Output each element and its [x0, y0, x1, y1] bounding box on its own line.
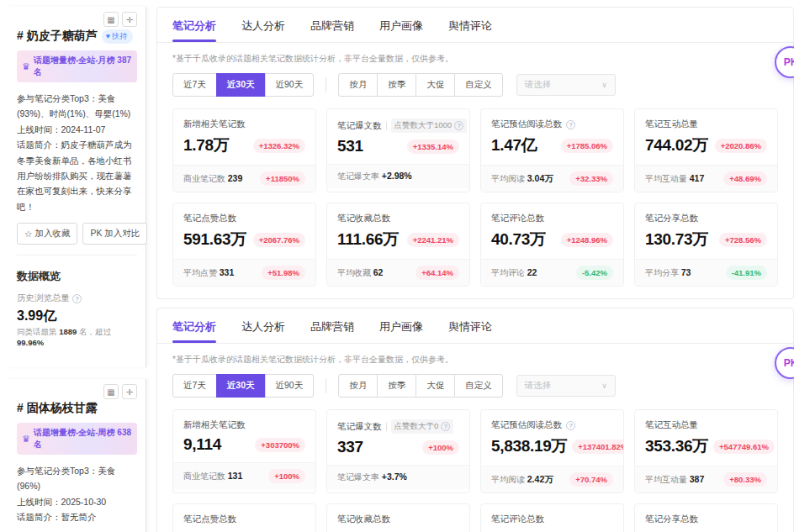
tab[interactable]: 用户画像	[379, 319, 423, 343]
filter-button[interactable]: 近7天	[172, 374, 217, 398]
change-badge: +2067.76%	[253, 233, 305, 247]
stat-sub-label: 点赞数大于1000 ?	[391, 119, 468, 133]
filter-button[interactable]: 近30天	[216, 73, 266, 97]
info-icon[interactable]: ?	[72, 294, 82, 303]
foot-value: 22	[527, 267, 537, 277]
change-badge: +100%	[422, 440, 459, 455]
filter-button[interactable]: 自定义	[454, 73, 503, 97]
filter-separator	[326, 77, 326, 92]
filter-button-label: 大促	[426, 380, 444, 390]
stat-label: 笔记点赞总数	[183, 514, 236, 525]
grid-icon[interactable]: ▦	[103, 384, 119, 399]
info-icon[interactable]: ?	[441, 422, 450, 431]
stat-label: 笔记预估阅读总数	[491, 119, 562, 130]
filter-button-label: 按月	[349, 380, 367, 390]
tab[interactable]: 品牌营销	[310, 319, 354, 343]
info-icon[interactable]: ?	[454, 121, 463, 130]
intro-line: 话题简介：奶皮子糖葫芦成为冬季美食新单品，各地小红书用户纷纷排队购买，现在薯薯在…	[17, 137, 137, 214]
foot-value: 62	[373, 267, 384, 277]
stat-value: 9,114	[183, 435, 221, 454]
filter-button[interactable]: 按季	[377, 73, 416, 97]
filter-button-label: 近7天	[183, 380, 206, 390]
tab[interactable]: 用户画像	[379, 18, 423, 42]
stat-value: 337	[337, 438, 363, 456]
foot-change-badge: -5.42%	[576, 266, 613, 280]
tab[interactable]: 笔记分析	[172, 18, 216, 42]
stat-label: 笔记互动总量	[645, 419, 698, 431]
foot-value: +3.7%	[382, 471, 407, 482]
chevron-down-icon: ∨	[601, 382, 607, 390]
label-divider	[386, 423, 387, 431]
foot-metric: 笔记爆文率 +2.98%	[337, 171, 412, 182]
filter-button[interactable]: 大促	[416, 374, 455, 398]
info-icon[interactable]: ?	[566, 120, 575, 129]
heart-icon: ♥	[106, 32, 110, 40]
foot-label: 平均互动量	[645, 475, 687, 484]
filter-select[interactable]: 请选择 ∨	[516, 375, 616, 397]
range-filter-group: 近7天 近30天 近90天	[172, 73, 314, 97]
foot-change-badge: +32.33%	[569, 171, 613, 186]
pk-compare-button[interactable]: PK 加入对比	[82, 223, 147, 245]
filter-button[interactable]: 按月	[338, 374, 378, 398]
stat-label: 新增相关笔记数	[183, 119, 246, 130]
filter-button[interactable]: 近90天	[265, 374, 315, 398]
filter-button[interactable]: 自定义	[454, 374, 503, 398]
tab-label: 舆情评论	[448, 19, 492, 32]
panel-tabs: 笔记分析 达人分析 品牌营销 用户画像 舆情评论	[157, 308, 793, 344]
filter-button-label: 按月	[349, 79, 367, 89]
stat-value: 531	[337, 137, 363, 155]
crosshair-icon[interactable]: ✛	[122, 12, 137, 27]
crosshair-icon[interactable]: ✛	[122, 384, 137, 399]
tab[interactable]: 达人分析	[241, 319, 285, 343]
topic-card-naipizi: ▦ ✛ # 奶皮子糖葫芦 ♥扶持 ♛ 话题增量榜-全站-月榜 387名 参与笔记…	[7, 7, 146, 367]
label-divider	[386, 122, 387, 130]
tab[interactable]: 舆情评论	[448, 319, 492, 343]
metric-rank-line: 同类话题第 1889 名，超过 99.96%	[17, 327, 137, 347]
stat-label: 笔记互动总量	[645, 119, 698, 130]
stat-label: 笔记评论总数	[491, 514, 544, 525]
foot-value: 131	[228, 471, 243, 481]
stat-sub-text: 点赞数大于1000	[394, 120, 453, 131]
grid-icon[interactable]: ▦	[103, 12, 119, 27]
foot-metric: 平均互动量 387	[645, 474, 704, 486]
info-icon[interactable]: ?	[566, 421, 575, 430]
filter-button[interactable]: 按季	[377, 374, 416, 398]
foot-label: 商业笔记数	[183, 471, 225, 481]
filter-button[interactable]: 大促	[416, 73, 455, 97]
tab[interactable]: 舆情评论	[448, 18, 492, 42]
stat-card: 笔记分享总数 51.52万 +191429.37% 平均分享 56 -36.96…	[634, 503, 778, 532]
filter-button[interactable]: 近90天	[265, 73, 315, 97]
topic-title: # 固体杨枝甘露	[17, 401, 98, 416]
filter-button-label: 近90天	[276, 79, 304, 89]
foot-metric: 商业笔记数 131	[183, 471, 242, 482]
intro-line: 话题简介：暂无简介	[17, 509, 137, 524]
filter-button[interactable]: 近7天	[172, 73, 217, 97]
analysis-panel-1: 笔记分析 达人分析 品牌营销 用户画像 舆情评论 *基于千瓜收录的话题相关笔记数…	[156, 7, 794, 299]
tab-label: 品牌营销	[310, 19, 354, 32]
filter-select[interactable]: 请选择 ∨	[516, 74, 616, 96]
favorite-button[interactable]: ☆加入收藏	[17, 223, 77, 245]
filter-button[interactable]: 按月	[338, 73, 378, 97]
tab[interactable]: 达人分析	[241, 18, 285, 42]
stat-card: 笔记预估阅读总数 ? 1.47亿 +1785.06% 平均阅读 3.04万 +3…	[480, 108, 624, 192]
filter-button-label: 按季	[388, 79, 405, 89]
foot-label: 平均阅读	[491, 174, 525, 183]
foot-value: 331	[220, 267, 235, 277]
topic-title: # 奶皮子糖葫芦	[17, 29, 98, 44]
crown-icon: ♛	[22, 434, 30, 445]
stat-label: 笔记点赞总数	[183, 213, 236, 224]
stat-card: 笔记评论总数 40.73万 +1248.96% 平均评论 22 -5.42%	[480, 203, 624, 287]
period-filter-group: 按月 按季 大促 自定义	[338, 374, 503, 398]
stat-card: 笔记爆文数 点赞数大于0 ? 337 +100% 笔记爆文率 +3.7%	[326, 409, 470, 493]
change-badge: +1785.06%	[561, 139, 613, 153]
tab[interactable]: 品牌营销	[310, 18, 354, 42]
stat-value: 353.36万	[645, 435, 708, 457]
change-badge: +728.56%	[719, 233, 767, 247]
foot-change-badge: +80.33%	[723, 472, 767, 487]
change-badge: +1326.32%	[253, 139, 305, 153]
foot-value: +2.98%	[382, 171, 412, 181]
chevron-down-icon: ∨	[601, 81, 607, 89]
tab[interactable]: 笔记分析	[172, 319, 216, 343]
filter-button[interactable]: 近30天	[216, 374, 266, 398]
topic-card-guti: ▦ ✛ # 固体杨枝甘露 ♛ 话题增量榜-全站-周榜 638名 参与笔记分类To…	[7, 379, 146, 532]
